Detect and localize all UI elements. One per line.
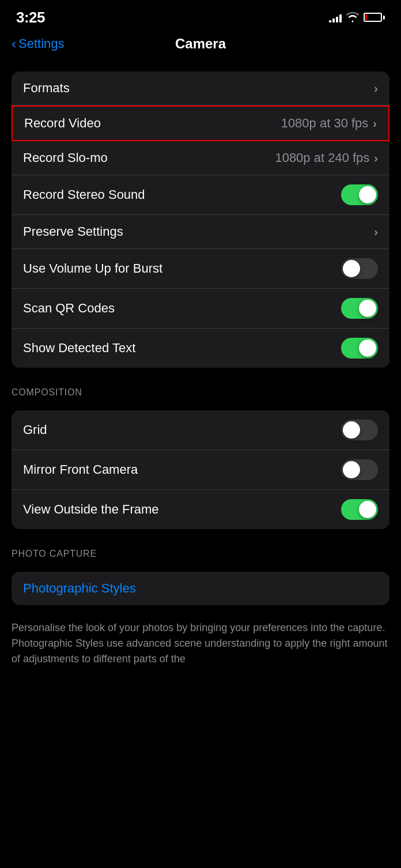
formats-label: Formats <box>23 81 70 96</box>
grid-toggle[interactable] <box>341 420 378 440</box>
scan-qr-toggle[interactable] <box>341 298 378 319</box>
grid-row: Grid <box>12 410 389 450</box>
volume-burst-label: Use Volume Up for Burst <box>23 261 162 276</box>
record-slomo-row[interactable]: Record Slo-mo 1080p at 240 fps › <box>12 141 389 175</box>
back-button-label: Settings <box>18 36 65 51</box>
record-video-value: 1080p at 30 fps <box>281 116 369 131</box>
grid-label: Grid <box>23 422 47 437</box>
record-video-row[interactable]: Record Video 1080p at 30 fps › <box>12 105 389 141</box>
nav-header: ‹ Settings Camera <box>0 31 401 63</box>
scan-qr-label: Scan QR Codes <box>23 301 115 316</box>
record-stereo-label: Record Stereo Sound <box>23 187 145 202</box>
preserve-settings-label: Preserve Settings <box>23 224 123 239</box>
mirror-front-row: Mirror Front Camera <box>12 450 389 490</box>
list-item[interactable]: Formats › <box>12 71 389 105</box>
view-outside-frame-toggle[interactable] <box>341 499 378 520</box>
back-button[interactable]: ‹ Settings <box>12 36 65 51</box>
signal-icon <box>329 12 342 22</box>
show-detected-text-label: Show Detected Text <box>23 341 135 356</box>
photo-capture-settings-group: Photographic Styles <box>12 572 389 605</box>
mirror-front-label: Mirror Front Camera <box>23 462 138 477</box>
view-outside-frame-label: View Outside the Frame <box>23 502 159 517</box>
page-title: Camera <box>175 36 226 52</box>
camera-settings-group: Formats › Record Video 1080p at 30 fps ›… <box>12 71 389 368</box>
record-slomo-value: 1080p at 240 fps <box>275 150 369 165</box>
record-stereo-row: Record Stereo Sound <box>12 175 389 215</box>
status-icons <box>329 12 385 22</box>
photo-capture-section-label: PHOTO CAPTURE <box>0 537 401 564</box>
scan-qr-row: Scan QR Codes <box>12 289 389 329</box>
mirror-front-toggle[interactable] <box>341 459 378 480</box>
chevron-right-icon: › <box>373 117 377 130</box>
battery-icon <box>364 13 385 22</box>
back-chevron-icon: ‹ <box>12 37 16 51</box>
photographic-styles-description: Personalise the look of your photos by b… <box>0 613 401 667</box>
composition-settings-group: Grid Mirror Front Camera View Outside th… <box>12 410 389 529</box>
show-detected-text-toggle[interactable] <box>341 338 378 358</box>
record-stereo-toggle[interactable] <box>341 184 378 205</box>
preserve-settings-row[interactable]: Preserve Settings › <box>12 215 389 249</box>
view-outside-frame-row: View Outside the Frame <box>12 490 389 529</box>
status-bar: 3:25 <box>0 0 401 31</box>
volume-burst-toggle[interactable] <box>341 258 378 279</box>
photographic-styles-row[interactable]: Photographic Styles <box>12 572 389 605</box>
chevron-right-icon: › <box>374 152 378 165</box>
composition-section-label: COMPOSITION <box>0 376 401 402</box>
chevron-right-icon: › <box>374 225 378 239</box>
wifi-icon <box>346 12 359 22</box>
record-video-label: Record Video <box>24 116 101 131</box>
chevron-right-icon: › <box>374 82 378 95</box>
record-slomo-label: Record Slo-mo <box>23 150 108 165</box>
status-time: 3:25 <box>16 9 45 27</box>
volume-burst-row: Use Volume Up for Burst <box>12 249 389 289</box>
show-detected-text-row: Show Detected Text <box>12 329 389 368</box>
photographic-styles-label: Photographic Styles <box>23 581 136 596</box>
